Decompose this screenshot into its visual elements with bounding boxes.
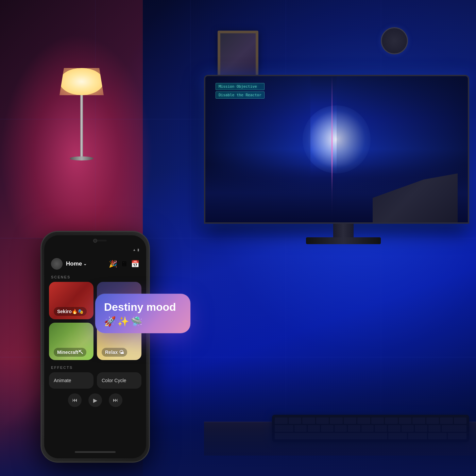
scene-card-sekiro[interactable]: Sekiro🔥🎭	[49, 282, 94, 319]
scene-text-sekiro: Sekiro🔥🎭	[57, 309, 83, 314]
effects-section-label: EFFECTS	[48, 363, 142, 372]
header-left: Home ⌄	[51, 258, 87, 270]
tv-icon[interactable]: 🖥	[121, 260, 128, 268]
phone-notch	[75, 235, 116, 245]
status-icons: ▲ ▮	[133, 248, 139, 252]
monitor-stand-base	[306, 237, 381, 244]
music-controls: ⏮ ▶ ⏭	[48, 393, 142, 407]
game-hud: Mission Objective Disable the Reactor	[216, 83, 265, 100]
game-hud-objective: Disable the Reactor	[216, 91, 265, 99]
phone-status-bar: ▲ ▮	[51, 246, 139, 253]
music-play-button[interactable]: ▶	[88, 393, 102, 407]
scene-card-minecraft[interactable]: Minecraft⛏	[49, 323, 94, 360]
wifi-icon: ▲	[133, 248, 136, 252]
effect-card-color-cycle[interactable]: Color Cycle	[97, 372, 141, 389]
lamp	[60, 68, 104, 160]
phone-header: Home ⌄ 🎉 🖥 📅	[48, 254, 142, 273]
effect-label-color-cycle: Color Cycle	[102, 378, 126, 383]
phone-content: Home ⌄ 🎉 🖥 📅 SCENES Sekiro🔥🎭	[44, 254, 146, 458]
scene-label-relax: Relax 🌤	[102, 348, 127, 357]
destiny-mood-tooltip[interactable]: Destiny mood 🚀✨🛸	[95, 294, 190, 333]
phone-button-left-1	[41, 286, 41, 298]
calendar-icon[interactable]: 📅	[131, 260, 139, 268]
scenes-section-label: SCENES	[48, 273, 142, 282]
scene-label-sekiro: Sekiro🔥🎭	[54, 307, 87, 316]
monitor-stand-neck	[333, 224, 354, 237]
header-icons: 🎉 🖥 📅	[109, 260, 139, 268]
scene-text-relax: Relax 🌤	[105, 350, 124, 355]
party-icon[interactable]: 🎉	[109, 260, 117, 268]
battery-icon: ▮	[137, 248, 139, 252]
home-label[interactable]: Home ⌄	[66, 260, 87, 267]
chevron-down-icon: ⌄	[83, 261, 87, 266]
avatar	[51, 258, 63, 270]
phone-screen: ▲ ▮ Home ⌄ 🎉 🖥 📅	[44, 235, 146, 458]
phone-button-left-2	[41, 303, 41, 322]
effects-grid: Animate Color Cycle	[48, 372, 142, 389]
lamp-base	[70, 156, 94, 160]
monitor-screen: Mission Objective Disable the Reactor	[205, 76, 468, 222]
phone-camera	[93, 239, 97, 243]
tooltip-title: Destiny mood	[104, 301, 182, 313]
monitor-container: Mission Objective Disable the Reactor	[204, 75, 476, 244]
music-next-button[interactable]: ⏭	[109, 393, 122, 407]
phone-button-left-3	[41, 327, 41, 346]
effects-section: EFFECTS Animate Color Cycle	[48, 363, 142, 389]
phone: ▲ ▮ Home ⌄ 🎉 🖥 📅	[41, 231, 150, 462]
scene-label-minecraft: Minecraft⛏	[54, 348, 86, 357]
music-prev-button[interactable]: ⏮	[68, 393, 82, 407]
scene-text-minecraft: Minecraft⛏	[57, 350, 83, 355]
home-indicator	[75, 451, 116, 453]
tooltip-emojis: 🚀✨🛸	[104, 316, 182, 327]
game-hud-mission: Mission Objective	[216, 83, 265, 90]
wall-clock	[381, 27, 408, 54]
home-text: Home	[66, 260, 82, 267]
monitor: Mission Objective Disable the Reactor	[204, 75, 469, 224]
lamp-shade	[60, 68, 104, 95]
effect-label-animate: Animate	[54, 378, 71, 383]
effect-card-animate[interactable]: Animate	[49, 372, 94, 389]
lamp-pole	[80, 95, 83, 156]
